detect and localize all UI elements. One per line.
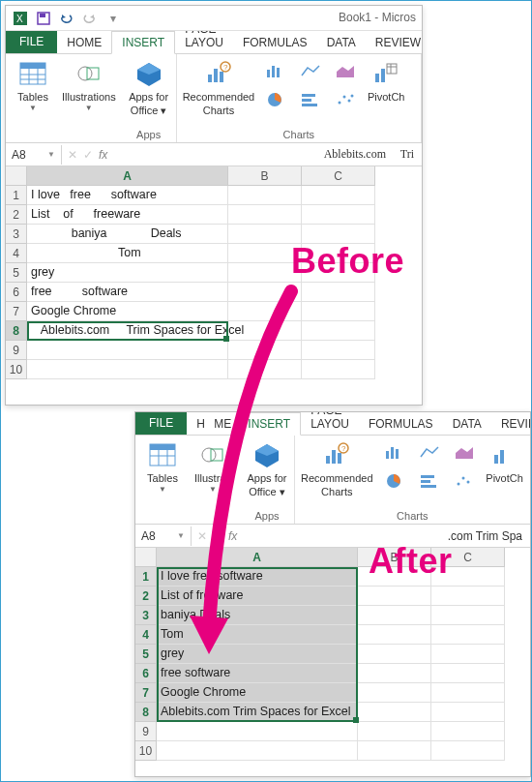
cell[interactable] — [431, 664, 505, 683]
cell[interactable] — [157, 722, 358, 741]
cell[interactable] — [431, 683, 505, 703]
name-box[interactable]: A8 ▼ — [135, 526, 192, 546]
apps-button[interactable]: Apps for Office ▾ — [128, 58, 170, 116]
scatter-chart-icon[interactable] — [451, 468, 478, 494]
cell[interactable] — [431, 741, 505, 761]
cell[interactable]: List of freeware — [157, 586, 358, 606]
fx-icon[interactable]: fx — [228, 529, 237, 543]
row-header[interactable]: 7 — [135, 683, 157, 703]
cell[interactable] — [302, 321, 375, 341]
cell[interactable] — [431, 722, 505, 741]
qat-customize-icon[interactable]: ▾ — [103, 9, 124, 28]
illustrations-button[interactable]: Illustrati ▼ — [192, 439, 234, 495]
cell[interactable] — [228, 302, 302, 321]
row-header[interactable]: 5 — [6, 263, 27, 283]
cell[interactable]: free software — [157, 664, 358, 683]
area-chart-icon[interactable] — [451, 439, 478, 465]
bar-chart-icon[interactable] — [262, 58, 289, 83]
cell[interactable] — [358, 683, 431, 703]
cell[interactable] — [27, 360, 228, 379]
column-header-a[interactable]: A — [157, 548, 358, 567]
cell[interactable]: baniya Deals — [27, 225, 228, 244]
row-header[interactable]: 6 — [135, 664, 157, 683]
cell[interactable] — [228, 360, 302, 379]
cell[interactable] — [302, 360, 375, 379]
cell[interactable]: grey — [157, 645, 358, 664]
cell[interactable]: baniya Deals — [157, 606, 358, 625]
cell[interactable] — [431, 606, 505, 625]
cell[interactable] — [228, 205, 302, 225]
tab-insert[interactable]: INSERT — [111, 31, 175, 54]
cell[interactable] — [302, 186, 375, 205]
illustrations-button[interactable]: Illustrations ▼ — [62, 58, 116, 113]
row-header[interactable]: 10 — [6, 360, 27, 379]
row-header[interactable]: 9 — [135, 722, 157, 741]
hbar-chart-icon[interactable] — [297, 87, 324, 112]
cell[interactable] — [228, 283, 302, 302]
cell[interactable] — [358, 741, 431, 761]
tab-review[interactable]: REVIEW — [366, 32, 423, 53]
save-icon[interactable] — [33, 9, 54, 28]
tab-formulas[interactable]: FORMULAS — [359, 413, 443, 435]
cell[interactable] — [228, 186, 302, 205]
row-header[interactable]: 2 — [135, 586, 157, 606]
recommended-charts-button[interactable]: ? Recommended Charts — [301, 439, 373, 497]
recommended-charts-button[interactable]: ? Recommended Charts — [183, 58, 255, 116]
select-all-corner[interactable] — [6, 166, 27, 186]
cell[interactable] — [358, 645, 431, 664]
cell[interactable] — [27, 341, 228, 360]
tab-file[interactable]: FILE — [6, 30, 57, 53]
row-header[interactable]: 2 — [6, 205, 27, 225]
name-box[interactable]: A8 ▼ — [6, 145, 62, 165]
cell[interactable] — [358, 606, 431, 625]
cell[interactable] — [302, 341, 375, 360]
tab-file[interactable]: FILE — [135, 411, 187, 435]
fx-icon[interactable]: fx — [99, 148, 107, 162]
scatter-chart-icon[interactable] — [332, 87, 359, 112]
undo-icon[interactable] — [56, 9, 77, 28]
select-all-corner[interactable] — [135, 548, 157, 567]
cell[interactable]: free software — [27, 283, 228, 302]
row-header[interactable]: 3 — [135, 606, 157, 625]
row-header[interactable]: 1 — [6, 186, 27, 205]
enter-icon[interactable]: ✓ — [83, 148, 93, 162]
row-header[interactable]: 7 — [6, 302, 27, 321]
formula-bar-value[interactable]: .com Trim Spa — [448, 529, 522, 543]
tab-review[interactable]: REVIEW — [491, 413, 531, 435]
cell[interactable] — [431, 645, 505, 664]
cell[interactable] — [228, 341, 302, 360]
cell[interactable] — [302, 205, 375, 225]
row-header[interactable]: 1 — [135, 567, 157, 586]
row-header[interactable]: 5 — [135, 645, 157, 664]
cancel-icon[interactable]: ✕ — [68, 148, 77, 162]
cell[interactable] — [358, 625, 431, 645]
cell[interactable]: Google Chrome — [157, 683, 358, 703]
cell[interactable] — [228, 321, 302, 341]
bar-chart-icon[interactable] — [381, 439, 408, 465]
cell[interactable] — [157, 741, 358, 761]
hbar-chart-icon[interactable] — [416, 468, 443, 494]
pivotchart-button[interactable]: PivotCh — [367, 58, 405, 103]
column-header-b[interactable]: B — [228, 166, 302, 186]
cell[interactable]: I love free software — [27, 186, 228, 205]
row-header[interactable]: 4 — [6, 244, 27, 263]
cell[interactable]: Ablebits.com Trim Spaces for Excel — [157, 703, 358, 722]
tables-button[interactable]: Tables ▼ — [12, 58, 54, 113]
cell[interactable] — [431, 625, 505, 645]
tables-button[interactable]: Tables ▼ — [141, 439, 184, 495]
area-chart-icon[interactable] — [332, 58, 359, 83]
cell[interactable] — [302, 283, 375, 302]
cancel-icon[interactable]: ✕ — [197, 529, 207, 543]
tab-home[interactable]: HOME — [57, 32, 111, 53]
line-chart-icon[interactable] — [297, 58, 324, 83]
tab-pagelayout[interactable]: PAGE LAYOU — [301, 411, 359, 435]
row-header[interactable]: 3 — [6, 225, 27, 244]
cell[interactable]: I love free software — [157, 567, 358, 586]
cell[interactable] — [431, 703, 505, 722]
column-header-c[interactable]: C — [302, 166, 375, 186]
cell[interactable]: Tom — [157, 625, 358, 645]
cell[interactable]: List of freeware — [27, 205, 228, 225]
cell[interactable] — [358, 664, 431, 683]
cell[interactable]: grey — [27, 263, 228, 283]
cell[interactable]: Google Chrome — [27, 302, 228, 321]
